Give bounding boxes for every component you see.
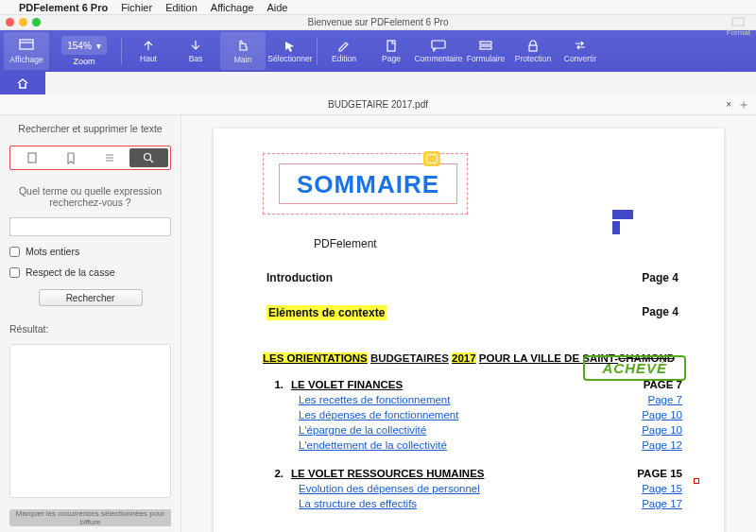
tool-comment-label: Commentaire xyxy=(414,54,462,63)
toc-sub: Les recettes de fonctionnementPage 7 xyxy=(263,394,682,405)
chevron-down-icon: ▾ xyxy=(96,41,101,51)
menu-affichage[interactable]: Affichage xyxy=(211,2,254,13)
chap2-title: LE VOLET RESSOURCES HUMAINES xyxy=(291,468,484,479)
whole-words-input[interactable] xyxy=(9,247,20,257)
match-case-label: Respect de la casse xyxy=(26,266,115,278)
orient-b: BUDGETAIRES xyxy=(370,352,449,364)
tool-main[interactable]: Main xyxy=(220,32,266,70)
format-button[interactable]: Format xyxy=(727,17,750,37)
whole-words-checkbox[interactable]: Mots entiers xyxy=(9,246,171,257)
sidebar-title: Rechercher et supprimer le texte xyxy=(9,123,171,134)
search-prompt: Quel terme ou quelle expression recherch… xyxy=(9,185,171,208)
document-tab-bar: BUDGETAIRE 2017.pdf × ＋ xyxy=(0,94,756,115)
s2: Les dépenses de fonctionnement xyxy=(299,409,458,420)
toc-row-context: Eléments de contexte Page 4 xyxy=(263,305,682,320)
annotation-marker-icon[interactable] xyxy=(694,478,699,484)
tool-zoom-label: Zoom xyxy=(73,57,94,66)
toc-sub: Les dépenses de fonctionnementPage 10 xyxy=(263,409,682,420)
tool-selectionner[interactable]: Sélectionner xyxy=(267,32,313,70)
close-tab-icon[interactable]: × xyxy=(726,99,731,110)
tool-bas[interactable]: Bas xyxy=(173,32,218,70)
window-controls xyxy=(6,18,41,26)
tool-zoom[interactable]: 154% ▾ Zoom xyxy=(51,36,117,66)
s3: L'épargne de la collectivité xyxy=(299,424,426,436)
s6p: Page 17 xyxy=(642,498,682,509)
tool-edition[interactable]: Edition xyxy=(321,32,367,70)
minimize-window-icon[interactable] xyxy=(19,18,27,26)
mark-for-redaction-button[interactable]: Marquer les occurrences sélectionnées po… xyxy=(9,509,171,526)
tool-affichage-label: Affichage xyxy=(9,55,43,64)
document-canvas[interactable]: SOMMAIRE PDFelement Introduction Page 4 … xyxy=(181,115,756,532)
home-tab[interactable] xyxy=(0,72,45,94)
svg-rect-1 xyxy=(20,40,33,49)
sidebar-tabs xyxy=(9,146,171,170)
toc-context-label: Eléments de contexte xyxy=(266,305,387,320)
search-sidebar: Rechercher et supprimer le texte Quel te… xyxy=(0,115,181,532)
chap2-page: PAGE 15 xyxy=(637,468,682,479)
document-title[interactable]: BUDGETAIRE 2017.pdf xyxy=(328,99,428,110)
svg-rect-6 xyxy=(480,46,491,49)
toc-sub: L'épargne de la collectivitéPage 10 xyxy=(263,424,682,436)
tool-form-label: Formulaire xyxy=(467,54,506,63)
search-input[interactable] xyxy=(9,217,171,236)
menu-edition[interactable]: Edition xyxy=(165,2,198,13)
search-button[interactable]: Rechercher xyxy=(39,289,143,306)
menu-aide[interactable]: Aide xyxy=(266,2,287,13)
tool-protection[interactable]: Protection xyxy=(510,32,556,70)
toc-context-page: Page 4 xyxy=(642,305,679,320)
toc-sub: La structure des effectifsPage 17 xyxy=(263,498,682,509)
window-titlebar: Bienvenue sur PDFelement 6 Pro Format xyxy=(0,15,756,30)
svg-rect-3 xyxy=(387,41,395,51)
tool-haut-label: Haut xyxy=(140,54,157,63)
tool-formulaire[interactable]: Formulaire xyxy=(463,32,508,70)
tool-haut[interactable]: Haut xyxy=(126,32,171,70)
svg-rect-4 xyxy=(432,41,445,48)
tool-page[interactable]: Page xyxy=(369,32,414,70)
toc-intro-label: Introduction xyxy=(266,271,333,284)
zoom-value[interactable]: 154% ▾ xyxy=(61,36,107,55)
format-label: Format xyxy=(727,28,750,37)
s4p: Page 12 xyxy=(642,439,682,451)
tool-select-label: Sélectionner xyxy=(267,54,312,63)
s5: Evolution des dépenses de personnel xyxy=(299,483,480,494)
match-case-input[interactable] xyxy=(9,267,20,278)
chap2-num: 2. xyxy=(263,468,284,479)
results-list[interactable] xyxy=(9,344,171,498)
sidebar-tab-thumbnails[interactable] xyxy=(12,148,51,167)
tool-commentaire[interactable]: Commentaire xyxy=(416,32,461,70)
sidebar-tab-outline[interactable] xyxy=(91,148,129,167)
main-toolbar: Affichage 154% ▾ Zoom Haut Bas Main Séle… xyxy=(0,30,756,72)
toolbar-separator xyxy=(121,37,122,65)
s2p: Page 10 xyxy=(642,409,682,420)
stamp-acheve[interactable]: ACHEVÉ xyxy=(583,355,686,381)
s6: La structure des effectifs xyxy=(299,498,417,509)
home-strip xyxy=(0,72,756,94)
sticky-note-icon[interactable] xyxy=(423,151,440,166)
toc-sub: L'endettement de la collectivitéPage 12 xyxy=(263,439,682,451)
tool-page-label: Page xyxy=(382,54,401,63)
s3p: Page 10 xyxy=(642,424,682,436)
svg-rect-0 xyxy=(732,18,744,26)
fullscreen-window-icon[interactable] xyxy=(32,18,41,26)
chap1-num: 1. xyxy=(263,379,284,390)
new-tab-icon[interactable]: ＋ xyxy=(737,96,750,113)
sidebar-tab-bookmarks[interactable] xyxy=(51,148,90,167)
toc-row-intro: Introduction Page 4 xyxy=(263,271,682,284)
toc-chapter-2: 2.LE VOLET RESSOURCES HUMAINES PAGE 15 xyxy=(263,468,682,479)
close-window-icon[interactable] xyxy=(6,18,14,26)
sidebar-tab-search[interactable] xyxy=(129,148,168,167)
tool-convertir[interactable]: Convertir xyxy=(558,32,603,70)
match-case-checkbox[interactable]: Respect de la casse xyxy=(9,266,171,278)
tool-convert-label: Convertir xyxy=(564,54,596,63)
menu-fichier[interactable]: Fichier xyxy=(121,2,152,13)
svg-rect-5 xyxy=(480,42,491,44)
app-name[interactable]: PDFelement 6 Pro xyxy=(19,2,108,13)
watermark-text: PDFelement xyxy=(314,237,682,250)
workspace: Rechercher et supprimer le texte Quel te… xyxy=(0,115,756,532)
toc-sub: Evolution des dépenses de personnelPage … xyxy=(263,483,682,494)
tool-main-label: Main xyxy=(234,55,251,64)
s1p: Page 7 xyxy=(648,394,682,405)
tool-affichage[interactable]: Affichage xyxy=(4,32,49,70)
page[interactable]: SOMMAIRE PDFelement Introduction Page 4 … xyxy=(214,129,724,532)
svg-rect-8 xyxy=(28,153,36,163)
